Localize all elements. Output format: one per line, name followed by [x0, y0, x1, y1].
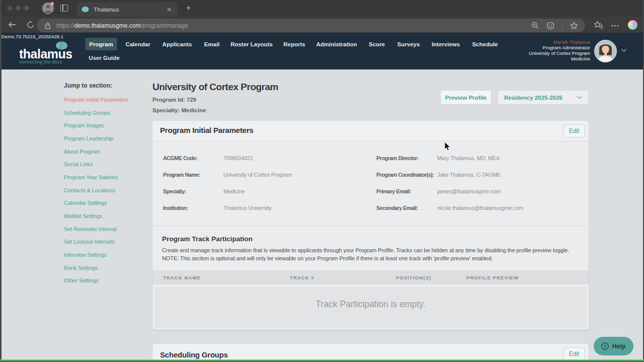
- sidebar-link-program-initial-parameters[interactable]: Program Initial Parameters: [64, 93, 149, 106]
- select-chevron-icon: [577, 96, 582, 99]
- copilot-icon[interactable]: [628, 20, 637, 30]
- help-question-icon: ?: [601, 342, 609, 350]
- jump-to-section-nav: Jump to section: Program Initial Paramet…: [64, 82, 149, 287]
- user-menu-chevron-icon[interactable]: [621, 48, 627, 52]
- track-empty-message: Track Participation is empty.: [316, 299, 426, 310]
- nav-item-surveys[interactable]: Surveys: [393, 38, 424, 50]
- track-participation-note: NOTE: This section is optional and will …: [162, 254, 579, 262]
- new-tab-button[interactable]: +: [184, 4, 193, 13]
- back-icon[interactable]: [8, 21, 17, 29]
- app-navbar: Demo.73.70215_20250428.1 thalamus connec…: [0, 33, 644, 69]
- help-button[interactable]: ? Help: [594, 337, 633, 355]
- address-bar[interactable]: https://demo.thalamusgme.com/program/man…: [37, 19, 585, 32]
- user-avatar[interactable]: [594, 40, 617, 62]
- window-controls: [7, 6, 29, 11]
- reload-icon[interactable]: [26, 21, 35, 29]
- window-minimize-button[interactable]: [16, 6, 21, 11]
- browser-toolbar: https://demo.thalamusgme.com/program/man…: [0, 17, 644, 33]
- sidebar-link-set-lockout-intervals[interactable]: Set Lockout Intervals: [64, 236, 149, 249]
- sidebar-link-about-program[interactable]: About Program: [64, 145, 149, 158]
- browser-profile-avatar-icon[interactable]: [42, 3, 54, 14]
- user-role: Program Administrator: [529, 45, 590, 50]
- sidebar-link-contacts-locations[interactable]: Contacts & Locations: [64, 184, 149, 197]
- screen: Thalamus ✕ + https://demo.thalamusgme.co…: [0, 0, 644, 362]
- preview-profile-button[interactable]: Preview Profile: [440, 90, 492, 105]
- edit-scheduling-groups-button[interactable]: Edit: [563, 347, 585, 360]
- user-name: Mariah Thalamus: [529, 39, 590, 45]
- field-value-secondary-email: nicole.thalamus@thalamusgme.com: [437, 205, 523, 211]
- track-participation-section: Program Track Participation Create and m…: [152, 226, 589, 262]
- field-value-program-name: University of Cortex Program: [223, 172, 292, 178]
- nav-item-applicants[interactable]: Applicants: [158, 38, 196, 50]
- sidebar-link-social-links[interactable]: Social Links: [64, 158, 149, 171]
- season-select[interactable]: Residency 2025-2026: [498, 90, 589, 105]
- edit-initial-parameters-button[interactable]: Edit: [563, 124, 585, 137]
- nav-item-roster-layouts[interactable]: Roster Layouts: [226, 38, 277, 50]
- field-label-program-director: Program Director:: [376, 155, 419, 161]
- field-row: Program Name:University of Cortex Progra…: [152, 167, 589, 183]
- scheduling-groups-title: Scheduling Groups: [160, 350, 228, 359]
- logo-wordmark: thalamus: [19, 48, 74, 59]
- zoom-out-icon[interactable]: [531, 22, 539, 29]
- browser-titlebar: Thalamus ✕ +: [0, 0, 644, 17]
- field-label-program-coordinator-s: Program Coordinator(s):: [376, 172, 434, 178]
- nav-item-email[interactable]: Email: [200, 38, 224, 50]
- feedback-smiley-icon[interactable]: [546, 22, 554, 30]
- field-label-institution: Institution:: [163, 205, 188, 211]
- sidebar-link-program-leadership[interactable]: Program Leadership: [64, 132, 149, 145]
- sidebar-link-waitlist-settings[interactable]: Waitlist Settings: [64, 209, 149, 223]
- browser-tab-thalamus[interactable]: Thalamus ✕: [76, 2, 178, 17]
- field-value-acgme-code: 7098504021: [223, 155, 253, 161]
- column-header-position-s: POSITION(S): [396, 275, 431, 280]
- field-row: Institution:Thalamus UniversitySecondary…: [152, 200, 589, 216]
- field-label-secondary-email: Secondary Email:: [376, 205, 418, 211]
- season-select-value: Residency 2025-2026: [504, 95, 577, 101]
- tab-switcher-icon[interactable]: [60, 5, 68, 12]
- mouse-cursor: [444, 141, 451, 151]
- svg-text:?: ?: [604, 344, 607, 349]
- window-zoom-button[interactable]: [24, 6, 29, 11]
- browser-menu-icon[interactable]: ●●●: [611, 24, 619, 27]
- card-header: Program Initial Parameters Edit: [152, 121, 589, 141]
- nav-item-calendar[interactable]: Calendar: [121, 38, 154, 50]
- nav-item-administration[interactable]: Administration: [312, 38, 361, 50]
- user-specialty: Medicine: [529, 56, 590, 61]
- favorites-bar-icon[interactable]: [594, 21, 603, 29]
- window-close-button[interactable]: [7, 6, 12, 11]
- user-info[interactable]: Mariah Thalamus Program Administrator Un…: [529, 39, 590, 61]
- field-label-acgme-code: ACGME Code:: [163, 155, 197, 161]
- nav-item-reports[interactable]: Reports: [279, 38, 309, 50]
- toolbar-divider: [562, 22, 562, 29]
- thalamus-logo[interactable]: thalamus connecting the docs: [19, 48, 74, 64]
- track-participation-title: Program Track Participation: [162, 235, 579, 243]
- field-row: ACGME Code:7098504021Program Director:Ma…: [152, 150, 589, 167]
- nav-item-program[interactable]: Program: [85, 38, 117, 50]
- nav-item-interviews[interactable]: Interviews: [428, 38, 464, 50]
- sidebar-heading: Jump to section:: [64, 82, 149, 89]
- screen-edge-left: [0, 0, 2, 362]
- nav-item-schedule[interactable]: Schedule: [468, 38, 502, 50]
- column-header-track: TRACK #: [290, 275, 314, 280]
- column-header-track-name: TRACK NAME: [163, 275, 201, 280]
- nav-item-user-guide[interactable]: User Guide: [82, 52, 126, 63]
- sidebar-link-scheduling-groups[interactable]: Scheduling Groups: [64, 106, 149, 119]
- tab-favicon-brain-icon: [82, 6, 89, 13]
- sidebar-link-set-reminder-interval[interactable]: Set Reminder Interval: [64, 223, 149, 236]
- sidebar-link-program-year-salaries[interactable]: Program Year Salaries: [64, 171, 149, 184]
- track-empty-state: Track Participation is empty.: [154, 287, 587, 328]
- track-table-header: TRACK NAMETRACK #POSITION(S)PROFILE PREV…: [152, 270, 589, 284]
- sidebar-link-other-settings[interactable]: Other Settings: [64, 274, 149, 287]
- sidebar-link-interview-settings[interactable]: Interview Settings: [64, 248, 149, 261]
- field-value-primary-email: james@thalamusgme.com: [437, 188, 501, 194]
- user-program: University of Cortex Program: [529, 50, 590, 56]
- sidebar-link-calendar-settings[interactable]: Calendar Settings: [64, 197, 149, 210]
- column-header-profile-preview: PROFILE PREVIEW: [466, 275, 519, 280]
- lock-icon[interactable]: [45, 22, 50, 29]
- sidebar-link-rank-settings[interactable]: Rank Settings: [64, 261, 149, 274]
- nav-item-score[interactable]: Score: [365, 38, 389, 50]
- bookmark-star-icon[interactable]: [570, 22, 578, 30]
- sidebar-link-program-images[interactable]: Program Images: [64, 119, 149, 132]
- field-label-specialty: Specialty:: [163, 188, 186, 194]
- track-participation-description: Create and manage track information that…: [162, 246, 579, 254]
- tab-close-icon[interactable]: ✕: [166, 6, 173, 13]
